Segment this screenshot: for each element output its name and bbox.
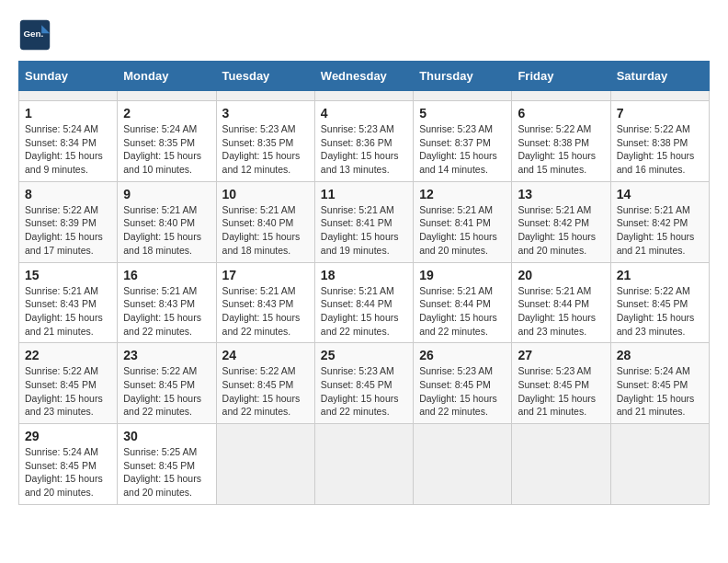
day-number: 30 (123, 429, 210, 443)
svg-text:Gen.: Gen. (23, 29, 43, 39)
calendar-table: SundayMondayTuesdayWednesdayThursdayFrid… (18, 61, 710, 505)
day-cell: 16 Sunrise: 5:21 AM Sunset: 8:43 PM Dayl… (118, 262, 216, 343)
day-cell: 10 Sunrise: 5:21 AM Sunset: 8:40 PM Dayl… (216, 181, 314, 262)
day-number: 8 (25, 187, 111, 201)
day-info: Sunrise: 5:23 AM Sunset: 8:35 PM Dayligh… (222, 122, 309, 177)
day-number: 22 (25, 348, 111, 362)
day-info: Sunrise: 5:24 AM Sunset: 8:34 PM Dayligh… (25, 122, 111, 177)
week-row-4: 22 Sunrise: 5:22 AM Sunset: 8:45 PM Dayl… (19, 343, 710, 424)
day-number: 2 (123, 106, 210, 121)
day-number: 15 (25, 268, 111, 282)
day-number: 17 (222, 268, 309, 282)
day-cell: 14 Sunrise: 5:21 AM Sunset: 8:42 PM Dayl… (610, 181, 709, 262)
day-info: Sunrise: 5:21 AM Sunset: 8:40 PM Dayligh… (123, 203, 210, 258)
day-cell: 28 Sunrise: 5:24 AM Sunset: 8:45 PM Dayl… (610, 343, 709, 424)
day-cell: 4 Sunrise: 5:23 AM Sunset: 8:36 PM Dayli… (314, 101, 413, 182)
day-number: 28 (617, 348, 703, 362)
day-cell (216, 91, 314, 101)
logo: Gen. (18, 18, 55, 52)
day-info: Sunrise: 5:21 AM Sunset: 8:43 PM Dayligh… (222, 284, 309, 339)
day-cell (512, 91, 610, 101)
day-info: Sunrise: 5:23 AM Sunset: 8:45 PM Dayligh… (321, 364, 407, 419)
day-info: Sunrise: 5:22 AM Sunset: 8:45 PM Dayligh… (617, 284, 703, 339)
day-cell: 15 Sunrise: 5:21 AM Sunset: 8:43 PM Dayl… (19, 262, 118, 343)
header-row: SundayMondayTuesdayWednesdayThursdayFrid… (19, 62, 710, 91)
day-cell: 18 Sunrise: 5:21 AM Sunset: 8:44 PM Dayl… (314, 262, 413, 343)
day-cell (314, 91, 413, 101)
day-cell: 2 Sunrise: 5:24 AM Sunset: 8:35 PM Dayli… (118, 101, 216, 182)
day-number: 7 (617, 106, 703, 121)
day-info: Sunrise: 5:21 AM Sunset: 8:44 PM Dayligh… (321, 284, 407, 339)
week-row-5: 29 Sunrise: 5:24 AM Sunset: 8:45 PM Dayl… (19, 424, 710, 505)
day-cell: 23 Sunrise: 5:22 AM Sunset: 8:45 PM Dayl… (118, 343, 216, 424)
day-info: Sunrise: 5:25 AM Sunset: 8:45 PM Dayligh… (123, 445, 210, 500)
day-cell: 1 Sunrise: 5:24 AM Sunset: 8:34 PM Dayli… (19, 101, 118, 182)
day-info: Sunrise: 5:22 AM Sunset: 8:38 PM Dayligh… (518, 122, 604, 177)
day-info: Sunrise: 5:22 AM Sunset: 8:45 PM Dayligh… (25, 364, 111, 419)
day-number: 5 (419, 106, 506, 121)
day-info: Sunrise: 5:24 AM Sunset: 8:45 PM Dayligh… (25, 445, 111, 500)
day-info: Sunrise: 5:21 AM Sunset: 8:42 PM Dayligh… (518, 203, 604, 258)
day-info: Sunrise: 5:21 AM Sunset: 8:43 PM Dayligh… (123, 284, 210, 339)
day-cell (216, 424, 314, 505)
day-number: 12 (419, 187, 506, 201)
day-cell: 13 Sunrise: 5:21 AM Sunset: 8:42 PM Dayl… (512, 181, 610, 262)
day-cell: 29 Sunrise: 5:24 AM Sunset: 8:45 PM Dayl… (19, 424, 118, 505)
day-cell: 20 Sunrise: 5:21 AM Sunset: 8:44 PM Dayl… (512, 262, 610, 343)
day-number: 20 (518, 268, 604, 282)
day-cell (19, 91, 118, 101)
day-info: Sunrise: 5:24 AM Sunset: 8:45 PM Dayligh… (617, 364, 703, 419)
day-info: Sunrise: 5:21 AM Sunset: 8:42 PM Dayligh… (617, 203, 703, 258)
day-cell (414, 424, 512, 505)
day-cell: 7 Sunrise: 5:22 AM Sunset: 8:38 PM Dayli… (610, 101, 709, 182)
week-row-0 (19, 91, 710, 101)
day-cell: 26 Sunrise: 5:23 AM Sunset: 8:45 PM Dayl… (414, 343, 512, 424)
day-cell (512, 424, 610, 505)
day-info: Sunrise: 5:21 AM Sunset: 8:44 PM Dayligh… (518, 284, 604, 339)
day-cell: 19 Sunrise: 5:21 AM Sunset: 8:44 PM Dayl… (414, 262, 512, 343)
day-info: Sunrise: 5:21 AM Sunset: 8:43 PM Dayligh… (25, 284, 111, 339)
day-info: Sunrise: 5:22 AM Sunset: 8:38 PM Dayligh… (617, 122, 703, 177)
day-cell: 3 Sunrise: 5:23 AM Sunset: 8:35 PM Dayli… (216, 101, 314, 182)
day-cell (610, 91, 709, 101)
day-cell (314, 424, 413, 505)
day-number: 1 (25, 106, 111, 121)
day-cell: 30 Sunrise: 5:25 AM Sunset: 8:45 PM Dayl… (118, 424, 216, 505)
day-number: 24 (222, 348, 309, 362)
day-cell (414, 91, 512, 101)
day-cell (118, 91, 216, 101)
day-number: 3 (222, 106, 309, 121)
day-cell: 11 Sunrise: 5:21 AM Sunset: 8:41 PM Dayl… (314, 181, 413, 262)
day-number: 4 (321, 106, 407, 121)
day-info: Sunrise: 5:22 AM Sunset: 8:45 PM Dayligh… (222, 364, 309, 419)
day-info: Sunrise: 5:21 AM Sunset: 8:41 PM Dayligh… (321, 203, 407, 258)
week-row-2: 8 Sunrise: 5:22 AM Sunset: 8:39 PM Dayli… (19, 181, 710, 262)
day-cell: 25 Sunrise: 5:23 AM Sunset: 8:45 PM Dayl… (314, 343, 413, 424)
day-number: 27 (518, 348, 604, 362)
day-cell: 17 Sunrise: 5:21 AM Sunset: 8:43 PM Dayl… (216, 262, 314, 343)
day-info: Sunrise: 5:21 AM Sunset: 8:41 PM Dayligh… (419, 203, 506, 258)
day-info: Sunrise: 5:22 AM Sunset: 8:45 PM Dayligh… (123, 364, 210, 419)
day-cell: 6 Sunrise: 5:22 AM Sunset: 8:38 PM Dayli… (512, 101, 610, 182)
header-cell-tuesday: Tuesday (216, 62, 314, 91)
day-info: Sunrise: 5:21 AM Sunset: 8:40 PM Dayligh… (222, 203, 309, 258)
day-cell: 24 Sunrise: 5:22 AM Sunset: 8:45 PM Dayl… (216, 343, 314, 424)
day-info: Sunrise: 5:21 AM Sunset: 8:44 PM Dayligh… (419, 284, 506, 339)
day-cell (610, 424, 709, 505)
day-cell: 5 Sunrise: 5:23 AM Sunset: 8:37 PM Dayli… (414, 101, 512, 182)
header-cell-wednesday: Wednesday (314, 62, 413, 91)
week-row-3: 15 Sunrise: 5:21 AM Sunset: 8:43 PM Dayl… (19, 262, 710, 343)
day-number: 13 (518, 187, 604, 201)
day-cell: 12 Sunrise: 5:21 AM Sunset: 8:41 PM Dayl… (414, 181, 512, 262)
header-cell-friday: Friday (512, 62, 610, 91)
day-cell: 27 Sunrise: 5:23 AM Sunset: 8:45 PM Dayl… (512, 343, 610, 424)
day-number: 21 (617, 268, 703, 282)
day-info: Sunrise: 5:22 AM Sunset: 8:39 PM Dayligh… (25, 203, 111, 258)
day-info: Sunrise: 5:23 AM Sunset: 8:45 PM Dayligh… (419, 364, 506, 419)
logo-icon: Gen. (18, 18, 51, 52)
day-number: 16 (123, 268, 210, 282)
header-cell-saturday: Saturday (610, 62, 709, 91)
day-info: Sunrise: 5:23 AM Sunset: 8:37 PM Dayligh… (419, 122, 506, 177)
header-cell-sunday: Sunday (19, 62, 118, 91)
day-number: 6 (518, 106, 604, 121)
